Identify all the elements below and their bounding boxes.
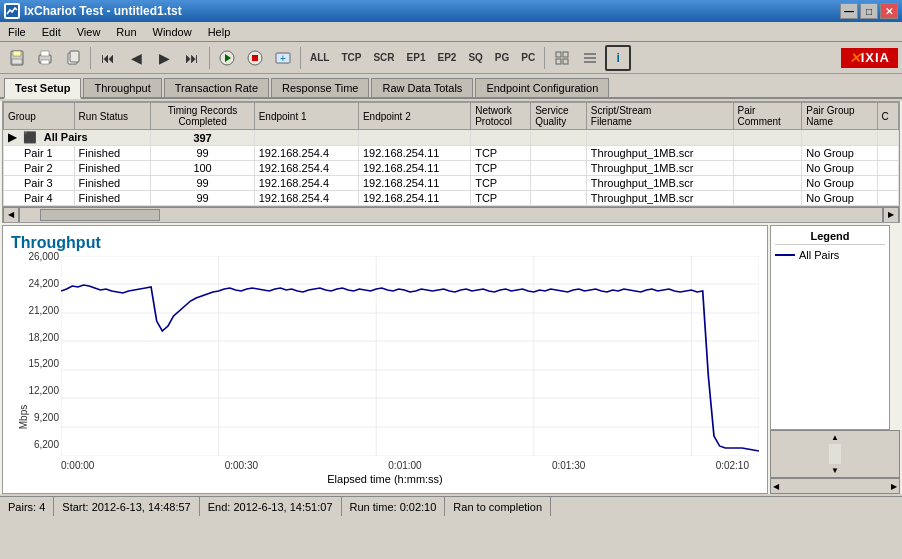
pair-protocol: TCP xyxy=(471,191,531,206)
table-row: Pair 4 Finished 99 192.168.254.4 192.168… xyxy=(4,191,899,206)
scroll-thumb[interactable] xyxy=(40,209,160,221)
pair-num: Pair 4 xyxy=(4,191,75,206)
svg-rect-2 xyxy=(13,51,21,56)
menu-edit[interactable]: Edit xyxy=(38,25,65,39)
menu-bar: File Edit View Run Window Help xyxy=(0,22,902,42)
pair-ep2: 192.168.254.11 xyxy=(358,191,470,206)
y-axis-label-value: 9,200 xyxy=(34,412,59,423)
pair-c xyxy=(877,191,898,206)
x-label-4: 0:02:10 xyxy=(716,460,749,471)
throughput-chart xyxy=(61,256,759,456)
col-comment: PairComment xyxy=(733,103,802,130)
tab-test-setup[interactable]: Test Setup xyxy=(4,78,81,99)
menu-help[interactable]: Help xyxy=(204,25,235,39)
close-button[interactable]: ✕ xyxy=(880,3,898,19)
scr-button[interactable]: SCR xyxy=(368,45,399,71)
prev-button[interactable]: ◀ xyxy=(123,45,149,71)
y-axis-label-value: 26,000 xyxy=(28,251,59,262)
list-button[interactable] xyxy=(577,45,603,71)
run-button[interactable] xyxy=(214,45,240,71)
pc-button[interactable]: PC xyxy=(516,45,540,71)
pair-timing: 99 xyxy=(151,191,254,206)
col-c: C xyxy=(877,103,898,130)
hscroll-right[interactable]: ▶ xyxy=(891,482,897,491)
menu-run[interactable]: Run xyxy=(112,25,140,39)
chart-inner xyxy=(61,256,759,458)
horizontal-scrollbar[interactable]: ◀ ▶ xyxy=(3,206,899,222)
col-ep1: Endpoint 1 xyxy=(254,103,358,130)
all-pairs-comment xyxy=(733,130,802,146)
legend-label: All Pairs xyxy=(799,249,839,261)
pair-timing: 99 xyxy=(151,176,254,191)
ep1-button[interactable]: EP1 xyxy=(402,45,431,71)
stop-button[interactable] xyxy=(242,45,268,71)
pair-ep1: 192.168.254.4 xyxy=(254,176,358,191)
legend-vscroll[interactable]: ▲ ▼ xyxy=(770,430,900,478)
y-axis-label-value: 18,200 xyxy=(28,331,59,342)
x-label-1: 0:00:30 xyxy=(225,460,258,471)
svg-rect-3 xyxy=(12,59,22,64)
ixia-logo: ✕ IXIA xyxy=(841,48,898,68)
tab-transaction-rate[interactable]: Transaction Rate xyxy=(164,78,269,97)
last-button[interactable]: ⏭ xyxy=(179,45,205,71)
app-icon xyxy=(4,3,20,19)
tab-raw-data[interactable]: Raw Data Totals xyxy=(371,78,473,97)
tab-response-time[interactable]: Response Time xyxy=(271,78,369,97)
pair-script: Throughput_1MB.scr xyxy=(586,191,733,206)
vscroll-up[interactable]: ▲ xyxy=(831,433,839,442)
print-button[interactable] xyxy=(32,45,58,71)
save-button[interactable] xyxy=(4,45,30,71)
svg-rect-16 xyxy=(563,52,568,57)
y-axis-label-value: 12,200 xyxy=(28,385,59,396)
maximize-button[interactable]: □ xyxy=(860,3,878,19)
sq-button[interactable]: SQ xyxy=(463,45,487,71)
legend-title: Legend xyxy=(775,230,885,245)
all-pairs-ep2 xyxy=(358,130,470,146)
col-run-status: Run Status xyxy=(74,103,151,130)
pair-c xyxy=(877,161,898,176)
minimize-button[interactable]: — xyxy=(840,3,858,19)
pair-protocol: TCP xyxy=(471,161,531,176)
all-button[interactable]: ALL xyxy=(305,45,334,71)
tab-bar: Test Setup Throughput Transaction Rate R… xyxy=(0,74,902,99)
copy-button[interactable] xyxy=(60,45,86,71)
add-pair-button[interactable]: + xyxy=(270,45,296,71)
ep2-button[interactable]: EP2 xyxy=(432,45,461,71)
menu-file[interactable]: File xyxy=(4,25,30,39)
legend-item: All Pairs xyxy=(775,249,885,261)
pair-status: Finished xyxy=(74,146,151,161)
status-runtime: Run time: 0:02:10 xyxy=(342,497,446,516)
next-button[interactable]: ▶ xyxy=(151,45,177,71)
scroll-right-arrow[interactable]: ▶ xyxy=(883,207,899,223)
menu-window[interactable]: Window xyxy=(149,25,196,39)
x-axis-labels: 0:00:00 0:00:30 0:01:00 0:01:30 0:02:10 xyxy=(61,460,749,471)
table-row: Pair 2 Finished 100 192.168.254.4 192.16… xyxy=(4,161,899,176)
pair-status: Finished xyxy=(74,161,151,176)
pair-ep1: 192.168.254.4 xyxy=(254,161,358,176)
x-label-3: 0:01:30 xyxy=(552,460,585,471)
table-row-all-pairs: ▶ ⬛ All Pairs 397 xyxy=(4,130,899,146)
legend-hscroll[interactable]: ◀ ▶ xyxy=(770,478,900,494)
status-pairs: Pairs: 4 xyxy=(0,497,54,516)
y-axis-label-value: 24,200 xyxy=(28,277,59,288)
hscroll-left[interactable]: ◀ xyxy=(773,482,779,491)
svg-rect-5 xyxy=(41,51,49,56)
pair-comment xyxy=(733,161,802,176)
tab-endpoint-config[interactable]: Endpoint Configuration xyxy=(475,78,609,97)
pair-timing: 100 xyxy=(151,161,254,176)
scroll-left-arrow[interactable]: ◀ xyxy=(3,207,19,223)
info-button[interactable]: i xyxy=(605,45,631,71)
grid-button[interactable] xyxy=(549,45,575,71)
chart-title: Throughput xyxy=(11,234,759,252)
tab-throughput[interactable]: Throughput xyxy=(83,78,161,97)
scroll-track[interactable] xyxy=(19,207,883,223)
tcp-button[interactable]: TCP xyxy=(336,45,366,71)
status-start: Start: 2012-6-13, 14:48:57 xyxy=(54,497,199,516)
pg-button[interactable]: PG xyxy=(490,45,514,71)
vscroll-down[interactable]: ▼ xyxy=(831,466,839,475)
first-button[interactable]: ⏮ xyxy=(95,45,121,71)
svg-rect-6 xyxy=(41,60,49,64)
menu-view[interactable]: View xyxy=(73,25,105,39)
col-script: Script/StreamFilename xyxy=(586,103,733,130)
status-bar: Pairs: 4 Start: 2012-6-13, 14:48:57 End:… xyxy=(0,496,902,516)
